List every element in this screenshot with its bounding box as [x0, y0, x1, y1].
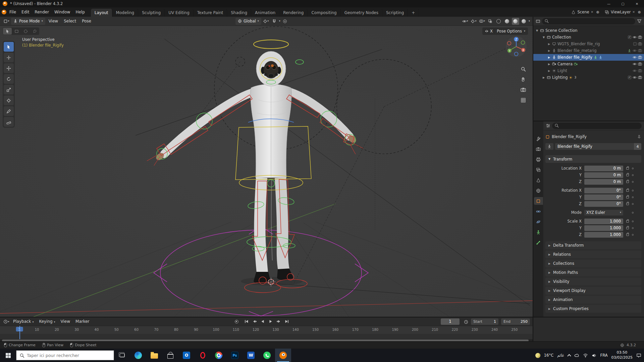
clock[interactable]: 03:50 03/02/2025 — [611, 350, 633, 360]
shading-options-chevron[interactable]: ▾ — [529, 20, 530, 22]
tab-layout[interactable]: Layout — [91, 9, 112, 17]
add-workspace-button[interactable]: + — [408, 9, 419, 17]
render-visibility-icon[interactable] — [638, 42, 642, 46]
show-object-types-button[interactable]: ▾ — [462, 18, 469, 25]
tab-scene[interactable] — [534, 176, 543, 184]
menu-edit[interactable]: Edit — [19, 8, 32, 16]
app-opera[interactable] — [195, 349, 211, 362]
outliner-row-lighting[interactable]: ▶ Lighting 3 ✓ — [533, 74, 644, 81]
lock-icon[interactable] — [626, 196, 629, 198]
app-blender[interactable] — [275, 349, 291, 362]
play-reverse-button[interactable] — [259, 318, 266, 325]
transform-orientation-selector[interactable]: Global▾ — [235, 18, 261, 25]
scale-x-field[interactable]: 1.000 — [584, 219, 623, 224]
pan-hand-icon[interactable] — [520, 76, 527, 83]
tab-modeling[interactable]: Modeling — [112, 9, 139, 17]
viewlayer-unlink-icon[interactable]: ✕ — [632, 10, 635, 14]
exclude-checkbox[interactable]: ✓ — [628, 76, 631, 79]
tab-animation[interactable]: Animation — [251, 9, 279, 17]
hide-eye-icon[interactable] — [633, 55, 637, 59]
xray-toggle[interactable] — [487, 18, 494, 25]
tab-constraints[interactable] — [534, 207, 543, 215]
shading-material-button[interactable] — [512, 18, 519, 25]
menu-window[interactable]: Window — [52, 8, 73, 16]
playhead-line[interactable] — [19, 326, 20, 339]
properties-search-input[interactable] — [552, 123, 642, 129]
lock-icon[interactable] — [626, 181, 629, 183]
animate-dot[interactable] — [632, 221, 634, 222]
app-file-explorer[interactable] — [146, 349, 162, 362]
frame-end-field[interactable]: End250 — [501, 318, 530, 325]
hidden-icons-chevron[interactable] — [567, 354, 571, 358]
outliner-editor-icon[interactable] — [536, 19, 540, 23]
menu-view[interactable]: View — [46, 18, 60, 25]
outliner-row-light[interactable]: ▶ Light — [533, 67, 644, 74]
tab-scripting[interactable]: Scripting — [382, 9, 408, 17]
outliner-row-scene-collection[interactable]: ▼ Scene Collection — [533, 27, 644, 34]
tweak-select-button[interactable] — [3, 28, 12, 35]
animate-dot[interactable] — [632, 203, 634, 205]
animate-dot[interactable] — [632, 190, 634, 191]
hide-eye-icon[interactable] — [633, 49, 637, 53]
tab-uv-editing[interactable]: UV Editing — [165, 9, 194, 17]
rotation-y-field[interactable]: 0° — [584, 194, 623, 200]
menu-marker[interactable]: Marker — [73, 318, 92, 325]
annotate-tool-button[interactable] — [4, 106, 14, 116]
tab-physics[interactable] — [534, 218, 543, 226]
hide-eye-icon[interactable] — [633, 69, 637, 73]
render-visibility-icon[interactable] — [638, 55, 642, 59]
task-view-button[interactable] — [114, 349, 130, 362]
rotation-x-field[interactable]: 0° — [584, 188, 623, 193]
lock-icon[interactable] — [626, 189, 629, 192]
expand-caret-icon[interactable]: ▶ — [547, 69, 551, 72]
x-axis-mirror-toggle[interactable]: X — [482, 27, 495, 35]
section-motion-paths[interactable]: ▶Motion Paths — [545, 268, 641, 277]
tab-object-data[interactable] — [534, 228, 543, 236]
section-animation[interactable]: ▶Animation — [545, 296, 641, 304]
expand-caret-icon[interactable]: ▶ — [547, 49, 551, 52]
tab-output[interactable] — [534, 156, 543, 163]
expand-caret-icon[interactable]: ▼ — [542, 36, 545, 39]
cursor-tool-button[interactable] — [4, 53, 14, 62]
animate-dot[interactable] — [632, 181, 634, 183]
weather-description[interactable]: غائم — [557, 353, 564, 358]
render-visibility-icon[interactable] — [638, 75, 642, 79]
jump-to-start-button[interactable] — [243, 318, 250, 325]
snap-options-chevron[interactable]: ▾ — [279, 20, 280, 22]
measure-tool-button[interactable] — [4, 117, 14, 127]
section-delta-transform[interactable]: ▶Delta Transform — [545, 241, 641, 249]
hide-eye-icon[interactable] — [633, 62, 637, 66]
scale-y-field[interactable]: 1.000 — [584, 225, 623, 231]
tab-tool[interactable] — [534, 135, 543, 142]
app-store[interactable] — [162, 349, 178, 362]
app-chrome[interactable] — [211, 349, 227, 362]
current-frame-field[interactable]: 1 — [441, 318, 460, 325]
rotation-mode-dropdown[interactable]: XYZ Euler▾ — [584, 210, 623, 216]
exclude-checkbox[interactable] — [633, 42, 637, 46]
timeline-editor-icon[interactable]: ▾ — [3, 318, 10, 325]
section-custom-properties[interactable]: ▶Custom Properties — [545, 305, 641, 313]
tab-compositing[interactable]: Compositing — [308, 9, 340, 17]
app-outlook[interactable]: O — [178, 349, 195, 362]
app-photoshop[interactable]: Ps — [227, 349, 243, 362]
location-x-field[interactable]: 0 m — [584, 166, 623, 171]
menu-help[interactable]: Help — [73, 8, 87, 16]
shading-rendered-button[interactable] — [520, 18, 528, 25]
menu-tl-view[interactable]: View — [58, 318, 72, 325]
object-name-field[interactable]: Blender file_Rigify 4 — [555, 143, 641, 150]
expand-caret-icon[interactable]: ▶ — [547, 43, 551, 46]
auto-keying-toggle[interactable] — [235, 320, 238, 323]
scene-unlink-icon[interactable]: ✕ — [591, 10, 594, 14]
hide-eye-icon[interactable] — [633, 35, 637, 39]
pivot-point-selector[interactable]: ▾ — [262, 18, 270, 25]
network-wifi-icon[interactable] — [583, 353, 588, 358]
box-select-button[interactable] — [12, 28, 21, 35]
lock-icon[interactable] — [626, 167, 629, 170]
mode-selector[interactable]: Pose Mode▾ — [11, 18, 45, 25]
filter-icon[interactable] — [637, 19, 642, 23]
minimize-button[interactable]: — — [602, 0, 616, 7]
render-visibility-icon[interactable] — [638, 69, 642, 73]
breadcrumb-object-name[interactable]: Blender file_Rigify — [552, 134, 587, 139]
menu-playback[interactable]: Playback ▾ — [11, 318, 36, 325]
next-keyframe-button[interactable] — [275, 318, 282, 325]
